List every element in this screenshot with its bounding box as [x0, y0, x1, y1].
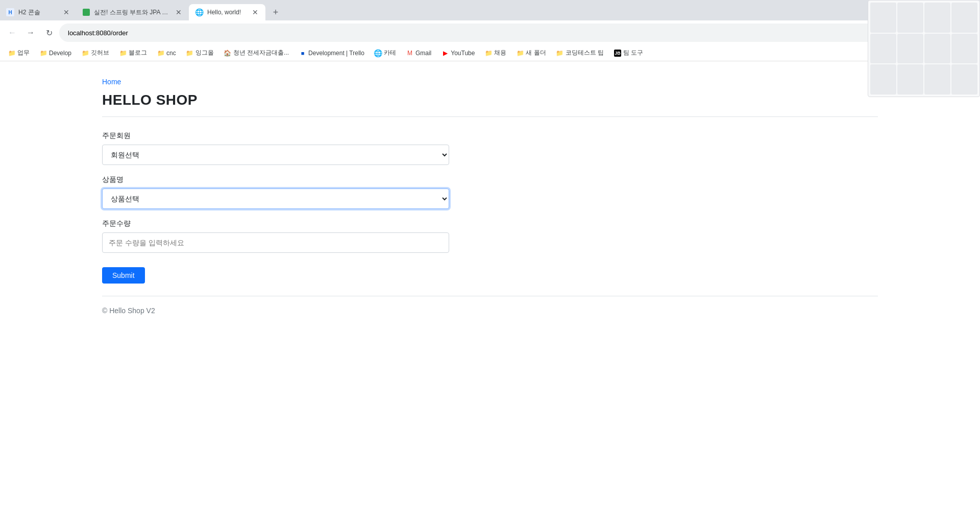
mini-tab-2: [897, 3, 923, 33]
mini-tab-7: [924, 34, 950, 64]
folder-icon: 📁: [485, 50, 492, 57]
bookmark-label: 카테: [384, 49, 396, 57]
tab-spring-favicon: [83, 9, 90, 16]
bookmark-label: 코딩테스트 팁: [566, 49, 604, 57]
tab-spring-close[interactable]: ✕: [175, 8, 183, 16]
bookmark-label: 새 폴더: [526, 49, 546, 57]
bookmark-label: Gmail: [415, 50, 431, 57]
tab-hello-label: Hello, world!: [207, 9, 247, 16]
mini-tab-4: [951, 3, 977, 33]
mini-tab-10: [897, 64, 923, 95]
mini-tab-5: [870, 34, 896, 64]
bookmark-jb[interactable]: JB 팀 도구: [610, 47, 647, 59]
bookmark-recruit[interactable]: 📁 채용: [481, 47, 510, 59]
bookmark-label: 업무: [17, 49, 30, 57]
member-label: 주문회원: [102, 131, 878, 140]
trello-icon: ■: [299, 50, 306, 57]
tabs-overlay: [868, 0, 980, 97]
folder-icon: 📁: [8, 50, 15, 57]
bookmark-youtube[interactable]: ▶ YouTube: [437, 48, 479, 58]
tab-h2-favicon: H: [6, 8, 14, 16]
member-form-group: 주문회원 회원선택: [102, 131, 878, 165]
folder-icon: 📁: [186, 50, 193, 57]
tab-hello-favicon: 🌐: [195, 8, 203, 16]
tab-hello-close[interactable]: ✕: [251, 8, 259, 16]
omnibox-bar: ← → ↻ localhost:8080/order 👤 ⚡ ⋮: [0, 20, 980, 45]
back-button[interactable]: ←: [4, 25, 20, 41]
folder-icon: 📁: [119, 50, 127, 57]
folder-icon: 📁: [517, 50, 524, 57]
product-select[interactable]: 상품선택: [102, 189, 449, 209]
forward-button[interactable]: →: [22, 25, 39, 41]
gmail-icon: M: [406, 50, 413, 57]
mini-tab-3: [924, 3, 950, 33]
member-select[interactable]: 회원선택: [102, 145, 449, 165]
quantity-label: 주문수량: [102, 219, 878, 228]
submit-button[interactable]: Submit: [102, 267, 145, 284]
product-form-group: 상품명 상품선택: [102, 175, 878, 209]
bookmark-jeonse[interactable]: 🏠 청년 전세자금대출...: [220, 47, 293, 59]
bookmark-label: 블로그: [129, 49, 147, 57]
bookmark-develop[interactable]: 📁 Develop: [36, 48, 76, 58]
tab-spring[interactable]: 실전! 스프링 부트와 JPA 활용1 ✕: [77, 4, 189, 20]
mini-tab-11: [924, 64, 950, 95]
omnibox-url: localhost:8080/order: [68, 29, 128, 37]
folder-icon: 📁: [556, 50, 564, 57]
bookmark-label: 채용: [494, 49, 506, 57]
tab-hello[interactable]: 🌐 Hello, world! ✕: [189, 4, 265, 20]
quantity-input[interactable]: [102, 232, 449, 253]
youtube-icon: ▶: [442, 50, 449, 57]
mini-tab-6: [897, 34, 923, 64]
new-tab-button[interactable]: +: [267, 4, 284, 20]
bookmark-blog[interactable]: 📁 블로그: [115, 47, 151, 59]
folder-icon: 📁: [40, 50, 47, 57]
tab-spring-label: 실전! 스프링 부트와 JPA 활용1: [94, 8, 170, 17]
top-divider: [102, 116, 878, 117]
bookmark-gmail[interactable]: M Gmail: [402, 48, 435, 58]
bookmark-label: Development | Trello: [308, 50, 364, 57]
tab-bar: H H2 콘솔 ✕ 실전! 스프링 부트와 JPA 활용1 ✕ 🌐 Hello,…: [0, 0, 980, 20]
bookmark-new-folder[interactable]: 📁 새 폴더: [512, 47, 550, 59]
bookmark-cnc[interactable]: 📁 cnc: [153, 48, 180, 58]
mini-tab-1: [870, 3, 896, 33]
reload-button[interactable]: ↻: [41, 25, 57, 41]
bookmark-label: 팀 도구: [623, 49, 643, 57]
link-icon: 🏠: [224, 50, 231, 57]
page-content: Home HELLO SHOP 주문회원 회원선택 상품명 상품선택 주문수량 …: [0, 61, 980, 517]
globe-icon: 🌐: [375, 50, 382, 57]
bookmark-trello[interactable]: ■ Development | Trello: [295, 48, 369, 58]
bookmark-label: 잉그올: [195, 49, 214, 57]
browser-chrome: H H2 콘솔 ✕ 실전! 스프링 부트와 JPA 활용1 ✕ 🌐 Hello,…: [0, 0, 980, 61]
folder-icon: 📁: [157, 50, 164, 57]
bookmark-label: 청년 전세자금대출...: [233, 49, 289, 57]
tab-h2[interactable]: H H2 콘솔 ✕: [0, 4, 77, 20]
bookmark-업무[interactable]: 📁 업무: [4, 47, 34, 59]
bookmark-coding[interactable]: 📁 코딩테스트 팁: [552, 47, 608, 59]
bookmark-ingold[interactable]: 📁 잉그올: [182, 47, 218, 59]
product-label: 상품명: [102, 175, 878, 184]
breadcrumb[interactable]: Home: [102, 78, 878, 86]
tab-h2-label: H2 콘솔: [18, 8, 58, 17]
tab-h2-close[interactable]: ✕: [62, 8, 70, 16]
bookmark-label: cnc: [166, 50, 176, 57]
bookmark-label: Develop: [49, 50, 71, 57]
jb-icon: JB: [614, 50, 621, 57]
quantity-form-group: 주문수량: [102, 219, 878, 253]
folder-icon: 📁: [82, 50, 89, 57]
mini-tab-12: [951, 64, 977, 95]
address-bar[interactable]: localhost:8080/order: [59, 24, 904, 42]
bookmark-label: 깃허브: [91, 49, 109, 57]
mini-tab-9: [870, 64, 896, 95]
mini-tab-8: [951, 34, 977, 64]
page-title: HELLO SHOP: [102, 92, 878, 108]
bookmark-github[interactable]: 📁 깃허브: [78, 47, 113, 59]
bookmarks-bar: 📁 업무 📁 Develop 📁 깃허브 📁 블로그 📁 cnc 📁 잉그올 🏠…: [0, 45, 980, 61]
bookmark-label: YouTube: [451, 50, 475, 57]
footer-text: © Hello Shop V2: [102, 307, 878, 315]
bottom-divider: [102, 296, 878, 296]
bookmark-kate[interactable]: 🌐 카테: [371, 47, 400, 59]
